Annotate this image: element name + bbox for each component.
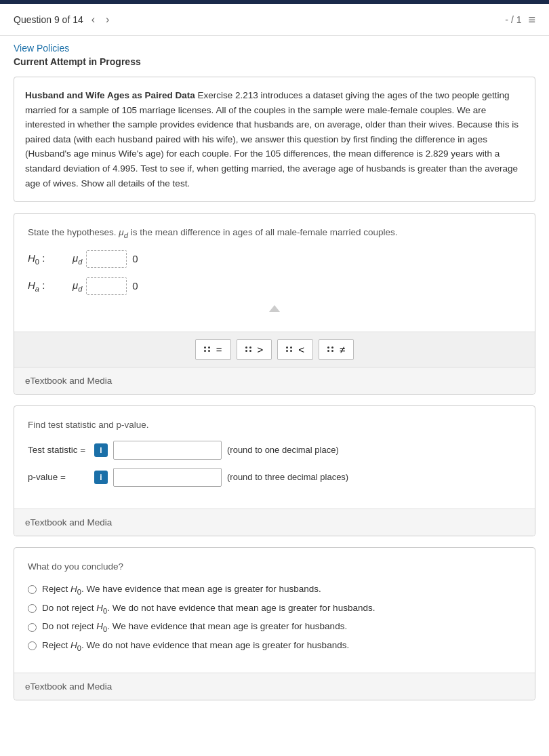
header-right: - / 1 ≡: [505, 13, 535, 27]
pvalue-row: p-value = i (round to three decimal plac…: [28, 468, 521, 487]
ha-row: Ha : μd 0: [28, 277, 521, 295]
radio-input-4[interactable]: [28, 641, 37, 650]
popup-arrow: [269, 305, 280, 312]
grid-dots-2: [245, 346, 252, 352]
symbol-notequal-button[interactable]: ≠: [319, 339, 354, 360]
ha-mu: μd: [73, 279, 82, 293]
popup-arrow-container: [28, 304, 521, 311]
problem-text: Husband and Wife Ages as Paired Data Exe…: [25, 88, 524, 191]
problem-title: Husband and Wife Ages as Paired Data: [25, 90, 195, 100]
test-statistic-input[interactable]: [113, 441, 222, 460]
attempt-status: Current Attempt in Progress: [14, 56, 535, 67]
radio-item-3[interactable]: Do not reject H0. We have evidence that …: [28, 621, 521, 633]
radio-item-2[interactable]: Do not reject H0. We do not have evidenc…: [28, 603, 521, 615]
radio-label-1: Reject H0. We have evidence that mean ag…: [42, 584, 321, 596]
header: Question 9 of 14 ‹ › - / 1 ≡: [0, 4, 549, 36]
section-hypotheses-content: State the hypotheses. μd is the mean dif…: [14, 214, 535, 325]
menu-icon[interactable]: ≡: [528, 13, 535, 27]
find-test-label: Find test statistic and p-value.: [28, 420, 521, 430]
test-statistic-row: Test statistic = i (round to one decimal…: [28, 441, 521, 460]
test-statistic-info-button[interactable]: i: [94, 443, 108, 457]
content-area: View Policies Current Attempt in Progres…: [0, 36, 549, 725]
symbol-toolbar: = > < ≠: [14, 332, 535, 367]
conclusion-radio-group: Reject H0. We have evidence that mean ag…: [28, 584, 521, 652]
h0-mu: μd: [73, 252, 82, 266]
symbol-greater-button[interactable]: >: [237, 339, 272, 360]
symbol-less-button[interactable]: <: [277, 339, 313, 360]
score-display: - / 1: [505, 14, 521, 25]
section1-etextbook[interactable]: eTextbook and Media: [14, 367, 535, 394]
h0-label: H0 :: [28, 252, 68, 266]
radio-item-1[interactable]: Reject H0. We have evidence that mean ag…: [28, 584, 521, 596]
h0-row: H0 : μd 0: [28, 250, 521, 268]
section-test-statistic: Find test statistic and p-value. Test st…: [14, 405, 535, 536]
radio-label-3: Do not reject H0. We have evidence that …: [42, 621, 347, 633]
radio-item-4[interactable]: Reject H0. We do not have evidence that …: [28, 640, 521, 652]
prev-button[interactable]: ‹: [89, 12, 98, 27]
section-test-content: Find test statistic and p-value. Test st…: [14, 406, 535, 509]
radio-input-3[interactable]: [28, 623, 37, 632]
hyp-label-text: State the hypotheses. μd is the mean dif…: [28, 227, 397, 237]
test-statistic-note: (round to one decimal place): [227, 445, 339, 455]
radio-input-1[interactable]: [28, 585, 37, 594]
ha-zero: 0: [132, 280, 138, 292]
h0-operator-input[interactable]: [86, 250, 127, 268]
section2-etextbook[interactable]: eTextbook and Media: [14, 509, 535, 536]
symbol-greater-label: >: [258, 344, 264, 355]
next-button[interactable]: ›: [103, 12, 112, 27]
conclude-label: What do you conclude?: [28, 561, 521, 572]
ha-label: Ha :: [28, 279, 68, 293]
section-conclusion: What do you conclude? Reject H0. We have…: [14, 547, 535, 700]
view-policies-link[interactable]: View Policies: [14, 43, 535, 54]
pvalue-label: p-value =: [28, 472, 89, 482]
ha-operator-input[interactable]: [86, 277, 127, 295]
header-left: Question 9 of 14 ‹ ›: [14, 12, 112, 27]
pvalue-note: (round to three decimal places): [227, 472, 348, 482]
grid-dots-3: [286, 346, 293, 352]
radio-input-2[interactable]: [28, 604, 37, 613]
grid-dots-1: [204, 346, 211, 352]
section-conclusion-content: What do you conclude? Reject H0. We have…: [14, 548, 535, 673]
hypotheses-label: State the hypotheses. μd is the mean dif…: [28, 227, 521, 239]
question-counter: Question 9 of 14: [14, 14, 83, 25]
h0-zero: 0: [132, 253, 138, 264]
symbol-equals-label: =: [216, 344, 222, 355]
problem-box: Husband and Wife Ages as Paired Data Exe…: [14, 77, 535, 202]
symbol-less-label: <: [298, 344, 304, 355]
test-statistic-label: Test statistic =: [28, 445, 89, 455]
section-hypotheses: State the hypotheses. μd is the mean dif…: [14, 213, 535, 395]
problem-body: Exercise 2.213 introduces a dataset givi…: [25, 90, 518, 188]
grid-dots-4: [327, 346, 334, 352]
symbol-notequal-label: ≠: [340, 344, 345, 355]
radio-label-2: Do not reject H0. We do not have evidenc…: [42, 603, 375, 615]
radio-label-4: Reject H0. We do not have evidence that …: [42, 640, 349, 652]
pvalue-input[interactable]: [113, 468, 222, 487]
pvalue-info-button[interactable]: i: [94, 471, 108, 484]
section3-etextbook[interactable]: eTextbook and Media: [14, 673, 535, 700]
symbol-equals-button[interactable]: =: [195, 339, 231, 360]
